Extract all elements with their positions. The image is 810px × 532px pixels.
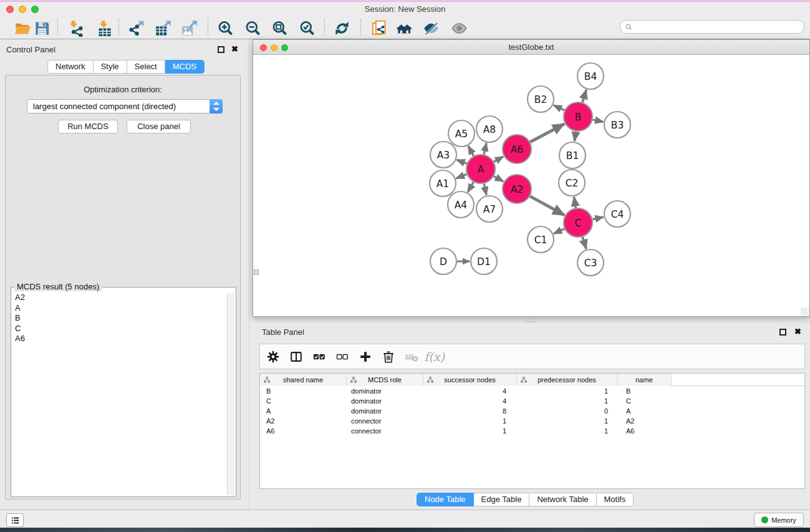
table-cell[interactable]: A2 — [260, 416, 347, 426]
tab-edge-table[interactable]: Edge Table — [474, 493, 530, 506]
table-cell[interactable]: dominator — [347, 396, 423, 406]
deselect-all-button[interactable] — [335, 349, 349, 364]
table-cell[interactable]: C — [617, 396, 672, 406]
graph-edge-A-A4[interactable] — [468, 182, 473, 192]
table-cell[interactable]: A6 — [260, 426, 347, 436]
graph-edge-C-C4[interactable] — [592, 217, 603, 220]
graph-edge-A-A2[interactable] — [494, 177, 503, 181]
mcds-result-item[interactable]: A6 — [15, 334, 226, 344]
tab-node-table[interactable]: Node Table — [417, 493, 474, 506]
table-cell[interactable]: connector — [347, 416, 423, 426]
graph-node-B4[interactable]: B4 — [577, 63, 604, 89]
table-cell[interactable]: B — [260, 386, 347, 396]
graph-edge-C-C2[interactable] — [574, 197, 576, 208]
column-header-mcds-role[interactable]: MCDS role — [347, 374, 423, 386]
graph-node-A5[interactable]: A5 — [448, 120, 475, 147]
graph-node-C4[interactable]: C4 — [604, 201, 630, 227]
table-cell[interactable]: A — [260, 406, 347, 416]
table-cell[interactable]: 4 — [423, 386, 517, 396]
show-hide-panels-button[interactable] — [393, 19, 415, 37]
graph-edge-A-A7[interactable] — [484, 183, 486, 195]
window-resize-grip[interactable] — [801, 307, 809, 316]
show-overview-button[interactable] — [448, 19, 470, 37]
table-row[interactable]: A6connector11A6 — [260, 426, 804, 436]
graph-edge-B-B1[interactable] — [574, 132, 576, 141]
graph-node-C3[interactable]: C3 — [577, 249, 604, 276]
zoom-fit-button[interactable] — [269, 19, 290, 37]
graph-edge-C-C3[interactable] — [582, 237, 586, 249]
mcds-result-item[interactable]: B — [15, 313, 226, 324]
graph-node-A3[interactable]: A3 — [430, 142, 456, 168]
table-cell[interactable]: C — [260, 396, 347, 406]
table-row[interactable]: Adominator80A — [260, 406, 804, 416]
export-table-button[interactable] — [152, 19, 173, 37]
float-table-panel-icon[interactable] — [779, 329, 786, 336]
table-cell[interactable]: 1 — [517, 416, 617, 426]
table-row[interactable]: A2connector11A2 — [260, 416, 804, 426]
graph-node-A1[interactable]: A1 — [430, 170, 456, 196]
delete-columns-button[interactable] — [381, 349, 395, 364]
table-row[interactable]: Bdominator41B — [260, 386, 804, 396]
memory-button[interactable]: Memory — [754, 513, 804, 527]
table-cell[interactable]: 1 — [423, 426, 517, 436]
zoom-in-button[interactable] — [215, 19, 236, 37]
graph-edge-B-B2[interactable] — [554, 105, 564, 110]
float-panel-icon[interactable] — [218, 46, 224, 53]
table-cell[interactable]: 1 — [517, 396, 617, 406]
table-cell[interactable]: A — [617, 406, 672, 416]
graph-edge-A-A3[interactable] — [456, 160, 466, 163]
scrollbar[interactable] — [227, 293, 234, 495]
select-all-button[interactable] — [312, 349, 326, 364]
graph-node-A8[interactable]: A8 — [476, 116, 503, 142]
close-panel-button[interactable]: Close panel — [127, 120, 191, 133]
save-session-button[interactable] — [31, 19, 52, 37]
table-cell[interactable]: B — [617, 386, 672, 396]
show-columns-button[interactable] — [289, 349, 303, 364]
search-field[interactable] — [620, 20, 804, 34]
mcds-result-item[interactable]: A — [15, 303, 226, 314]
table-cell[interactable]: dominator — [347, 406, 423, 416]
zoom-selected-button[interactable] — [296, 19, 317, 37]
graph-edge-A-A6[interactable] — [494, 157, 503, 162]
graph-node-D1[interactable]: D1 — [471, 248, 497, 274]
graph-node-B3[interactable]: B3 — [604, 112, 630, 138]
table-cell[interactable]: 1 — [517, 386, 617, 396]
apply-layout-button[interactable] — [331, 19, 352, 37]
import-network-button[interactable] — [65, 19, 86, 37]
graph-edge-A6-B[interactable] — [530, 124, 564, 142]
criterion-dropdown[interactable]: largest connected component (directed) — [27, 99, 223, 114]
graph-node-A6[interactable]: A6 — [503, 135, 531, 163]
zoom-out-button[interactable] — [242, 19, 263, 37]
export-network-button[interactable] — [125, 19, 147, 37]
table-cell[interactable]: connector — [347, 426, 423, 436]
horizontal-splitter-handle[interactable] — [526, 319, 536, 322]
panel-divider[interactable] — [249, 39, 249, 510]
table-mode-button[interactable] — [266, 349, 280, 364]
mcds-result-item[interactable]: A2 — [15, 293, 226, 303]
graph-node-C2[interactable]: C2 — [559, 170, 585, 196]
column-header-shared-name[interactable]: shared name — [260, 374, 347, 386]
close-table-panel-icon[interactable]: ✖ — [794, 328, 801, 336]
graph-edge-B-B3[interactable] — [593, 120, 604, 122]
tab-select[interactable]: Select — [127, 60, 165, 74]
graph-node-B1[interactable]: B1 — [559, 142, 586, 168]
hide-graphics-details-button[interactable] — [420, 19, 441, 37]
tab-mcds[interactable]: MCDS — [165, 60, 205, 74]
tab-network[interactable]: Network — [47, 60, 94, 74]
export-image-button[interactable] — [178, 19, 200, 37]
graph-node-B[interactable]: B — [564, 102, 592, 131]
graph-node-A4[interactable]: A4 — [448, 191, 474, 218]
table-cell[interactable]: 0 — [517, 406, 617, 416]
close-panel-icon[interactable]: ✖ — [231, 46, 238, 53]
tab-style[interactable]: Style — [94, 60, 127, 74]
column-header-successor-nodes[interactable]: successor nodes — [423, 374, 517, 386]
table-cell[interactable]: dominator — [347, 386, 423, 396]
column-header-name[interactable]: name — [617, 374, 672, 386]
search-input[interactable] — [635, 21, 798, 32]
tab-network-table[interactable]: Network Table — [529, 493, 596, 506]
graph-node-C[interactable]: C — [564, 208, 592, 237]
mcds-result-item[interactable]: C — [15, 324, 226, 334]
graph-edge-A2-C[interactable] — [530, 196, 564, 215]
graph-node-A[interactable]: A — [466, 155, 495, 183]
create-column-button[interactable] — [358, 349, 372, 364]
